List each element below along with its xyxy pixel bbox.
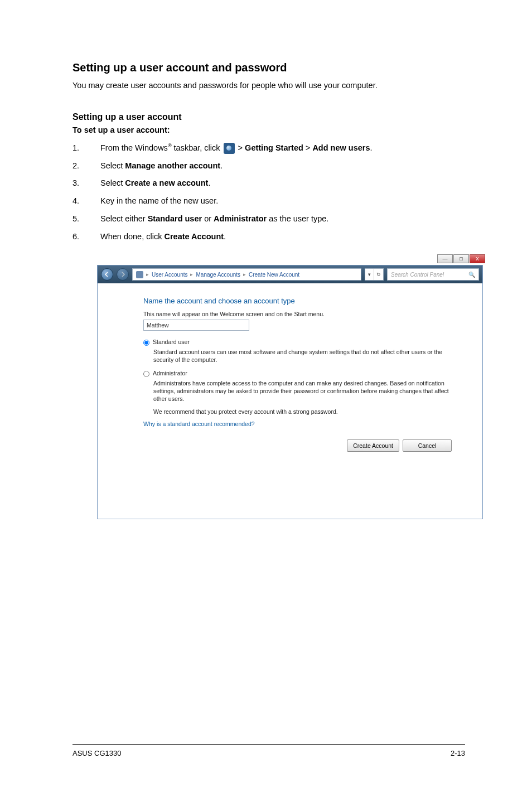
instruction-header: To set up a user account:: [72, 125, 465, 134]
step-bold: Getting Started: [245, 143, 303, 152]
step-number: 1.: [72, 142, 79, 154]
maximize-button[interactable]: □: [453, 254, 469, 263]
arrow-right-icon: [120, 272, 125, 277]
chevron-right-icon: ▸: [243, 272, 246, 277]
create-account-button[interactable]: Create Account: [347, 439, 399, 452]
help-link[interactable]: Why is a standard account recommended?: [143, 421, 471, 427]
radio-administrator[interactable]: Administrator: [143, 370, 471, 377]
close-button[interactable]: X: [470, 254, 485, 263]
step-text: .: [220, 161, 223, 170]
step-text: .: [208, 178, 210, 187]
minimize-button[interactable]: —: [437, 254, 453, 263]
chevron-right-icon: ▸: [146, 272, 149, 277]
step-1: 1. From the Windows® taskbar, click > Ge…: [72, 142, 465, 154]
search-placeholder: Search Control Panel: [391, 272, 444, 278]
toolbar: ▸ User Accounts ▸ Manage Accounts ▸ Crea…: [98, 265, 482, 283]
step-bold: Create a new account: [125, 178, 208, 187]
step-text: or: [202, 214, 214, 223]
step-bold: Standard user: [148, 214, 202, 223]
step-text: From the Windows: [100, 143, 168, 152]
step-number: 5.: [72, 213, 79, 225]
page-footer: ASUS CG1330 2-13: [72, 744, 465, 757]
window-title-buttons: — □ X: [437, 254, 485, 263]
step-text: >: [303, 143, 313, 152]
step-text: When done, click: [100, 232, 164, 241]
refresh-button[interactable]: ↻: [374, 269, 383, 280]
address-controls: ▾ ↻: [365, 268, 384, 281]
intro-text: You may create user accounts and passwor…: [72, 80, 465, 92]
dropdown-button[interactable]: ▾: [365, 269, 374, 280]
back-button[interactable]: [101, 268, 113, 281]
step-2: 2. Select Manage another account.: [72, 160, 465, 172]
screenshot-window: — □ X ▸ User Accounts ▸ Manage Accounts: [97, 256, 483, 519]
account-name-input[interactable]: Matthew: [143, 320, 249, 331]
step-text: taskbar, click: [172, 143, 223, 152]
step-3: 3. Select Create a new account.: [72, 177, 465, 190]
step-number: 4.: [72, 195, 79, 207]
content-heading: Name the account and choose an account t…: [143, 297, 471, 305]
radio-description: Administrators have complete access to t…: [143, 379, 456, 403]
step-bold: Add new users: [312, 143, 370, 152]
step-text: Key in the name of the new user.: [100, 196, 218, 205]
step-bold: Administrator: [214, 214, 267, 223]
step-text: .: [370, 143, 373, 152]
forward-button[interactable]: [117, 268, 129, 281]
footer-right: 2-13: [451, 749, 465, 757]
breadcrumb-item[interactable]: Manage Accounts: [196, 272, 240, 278]
breadcrumb-item[interactable]: Create New Account: [249, 272, 299, 278]
search-input[interactable]: Search Control Panel 🔍: [387, 268, 479, 281]
steps-list: 1. From the Windows® taskbar, click > Ge…: [72, 142, 465, 243]
arrow-left-icon: [104, 272, 110, 277]
step-number: 6.: [72, 231, 79, 243]
step-bold: Manage another account: [125, 161, 220, 170]
control-panel-icon: [136, 271, 143, 278]
reg-mark: ®: [168, 143, 172, 148]
recommendation-text: We recommend that you protect every acco…: [143, 408, 471, 415]
radio-label: Administrator: [153, 370, 187, 376]
step-number: 3.: [72, 177, 79, 190]
radio-input[interactable]: [143, 371, 149, 377]
step-text: as the user type.: [267, 214, 328, 223]
radio-label: Standard user: [153, 339, 190, 345]
step-text: Select either: [100, 214, 148, 223]
step-6: 6. When done, click Create Account.: [72, 231, 465, 243]
breadcrumb-bar[interactable]: ▸ User Accounts ▸ Manage Accounts ▸ Crea…: [132, 268, 361, 281]
content-area: Name the account and choose an account t…: [98, 283, 482, 519]
sub-title: Setting up a user account: [72, 112, 465, 122]
footer-left: ASUS CG1330: [72, 749, 121, 757]
step-4: 4. Key in the name of the new user.: [72, 195, 465, 207]
step-5: 5. Select either Standard user or Admini…: [72, 213, 465, 225]
search-icon: 🔍: [468, 272, 475, 278]
breadcrumb-item[interactable]: User Accounts: [152, 272, 187, 278]
radio-input[interactable]: [143, 340, 149, 346]
section-title: Setting up a user account and password: [72, 61, 465, 74]
radio-description: Standard account users can use most soft…: [143, 348, 456, 364]
start-menu-icon: [224, 143, 235, 154]
radio-standard-user[interactable]: Standard user: [143, 339, 471, 346]
cancel-button[interactable]: Cancel: [403, 439, 452, 452]
chevron-right-icon: ▸: [190, 272, 193, 277]
step-text: .: [224, 232, 226, 241]
step-bold: Create Account: [164, 232, 224, 241]
step-number: 2.: [72, 160, 79, 172]
step-text: Select: [100, 161, 125, 170]
button-row: Create Account Cancel: [143, 439, 471, 508]
content-subtext: This name will appear on the Welcome scr…: [143, 311, 471, 317]
step-text: Select: [100, 178, 125, 187]
